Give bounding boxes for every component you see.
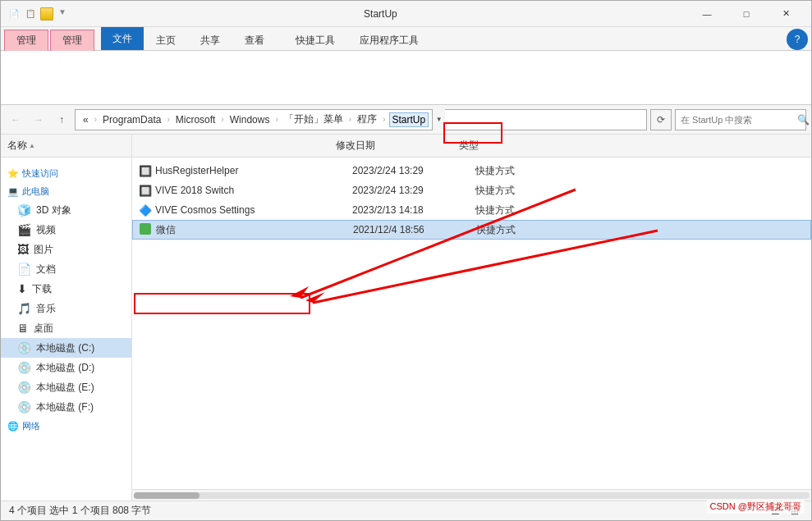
sidebar-item-desktop[interactable]: 🖥 桌面: [1, 318, 131, 338]
vive2018switch-name: VIVE 2018 Switch: [155, 185, 352, 196]
sidebar-drive-f-label: 本地磁盘 (F:): [36, 400, 125, 414]
file-item-vivecosmos[interactable]: 🔷 VIVE Cosmos Settings 2023/2/13 14:18 快…: [132, 200, 811, 220]
file-item-vive2018switch[interactable]: 🔲 VIVE 2018 Switch 2023/2/24 13:29 快捷方式: [132, 181, 811, 200]
sidebar-item-drive-d[interactable]: 💿 本地磁盘 (D:): [1, 358, 131, 377]
titlebar: 📄 📋 ▼ StartUp — □ ✕: [1, 1, 811, 27]
husregisterhelper-name: HusRegisterHelper: [155, 165, 352, 176]
sidebar-item-documents[interactable]: 📄 文档: [1, 259, 131, 279]
address-startmenu[interactable]: 「开始」菜单: [282, 112, 346, 127]
sidebar-3dobjects-label: 3D 对象: [36, 203, 125, 217]
sidebar-drive-c-label: 本地磁盘 (C:): [36, 341, 125, 355]
col-sort-icon: ▲: [29, 142, 35, 149]
sidebar-item-video[interactable]: 🎬 视频: [1, 220, 131, 240]
ribbon-tab-bar: 管理 管理 文件 主页 共享 查看 快捷工具 应用程序工具 ?: [1, 27, 811, 50]
file-item-husregisterhelper[interactable]: 🔲 HusRegisterHelper 2023/2/24 13:29 快捷方式: [132, 161, 811, 181]
vivecosmos-type: 快捷方式: [475, 203, 557, 217]
sidebar-documents-label: 文档: [36, 263, 125, 276]
sidebar-group-quickaccess[interactable]: ⭐ 快速访问: [1, 164, 131, 182]
address-sep-5: ›: [383, 115, 385, 124]
search-input[interactable]: [681, 115, 794, 125]
address-sep-1: ›: [167, 115, 169, 124]
ribbon-help-button[interactable]: ?: [787, 29, 808, 50]
quickaccess-icon: ⭐: [7, 168, 19, 179]
minimize-button[interactable]: —: [688, 1, 726, 27]
sidebar-group-thispc[interactable]: 💻 此电脑: [1, 182, 131, 200]
tab-file[interactable]: 文件: [101, 27, 144, 50]
sidebar: ⭐ 快速访问 💻 此电脑 🧊 3D 对象 🎬 视频 🖼 图片: [1, 158, 132, 500]
tab-share[interactable]: 共享: [188, 30, 232, 51]
sidebar-video-label: 视频: [36, 223, 125, 237]
vivecosmos-icon: 🔷: [139, 204, 155, 217]
tab-view[interactable]: 查看: [232, 30, 277, 51]
network-icon: 🌐: [7, 421, 19, 432]
documents-icon: 📄: [17, 263, 31, 276]
sidebar-item-3dobjects[interactable]: 🧊 3D 对象: [1, 200, 131, 220]
tab-manage2[interactable]: 管理: [50, 30, 94, 51]
address-dropdown-button[interactable]: ▼: [432, 109, 445, 130]
sidebar-item-drive-e[interactable]: 💿 本地磁盘 (E:): [1, 377, 131, 397]
tab-manage1[interactable]: 管理: [4, 30, 48, 51]
3dobjects-icon: 🧊: [17, 203, 31, 217]
music-icon: 🎵: [17, 302, 31, 315]
sidebar-drive-e-label: 本地磁盘 (E:): [36, 381, 125, 395]
content-area: ⭐ 快速访问 💻 此电脑 🧊 3D 对象 🎬 视频 🖼 图片: [1, 158, 811, 500]
husregisterhelper-icon: 🔲: [139, 165, 155, 177]
watermark: CSDN @野区捕龙哥哥: [707, 500, 805, 514]
desktop-icon: 🖥: [17, 322, 29, 335]
file-list-col-headers: 修改日期 类型: [132, 135, 811, 158]
sidebar-item-music[interactable]: 🎵 音乐: [1, 299, 131, 318]
sidebar-pictures-label: 图片: [34, 243, 125, 257]
address-programdata[interactable]: ProgramData: [100, 113, 163, 126]
hscrollbar-thumb[interactable]: [134, 492, 200, 499]
wechat-date: 2021/12/4 18:56: [353, 224, 476, 235]
refresh-button[interactable]: ⟳: [650, 109, 672, 130]
sidebar-item-downloads[interactable]: ⬇ 下载: [1, 279, 131, 299]
address-bar[interactable]: « › ProgramData › Microsoft › Windows › …: [75, 109, 647, 130]
drive-d-icon: 💿: [17, 361, 31, 374]
hscrollbar-track: [134, 492, 810, 499]
address-programs[interactable]: 程序: [355, 112, 379, 127]
address-startup[interactable]: StartUp: [389, 112, 429, 127]
address-sep-4: ›: [349, 115, 351, 124]
drive-c-icon: 💿: [17, 341, 31, 354]
folder-icon: [40, 7, 53, 21]
horizontal-scrollbar[interactable]: [132, 489, 811, 500]
back-button[interactable]: ←: [6, 110, 25, 130]
statusbar: 4 个项目 选中 1 个项目 808 字节 ☰ ⊞: [1, 500, 811, 520]
vivecosmos-name: VIVE Cosmos Settings: [155, 204, 352, 216]
husregisterhelper-date: 2023/2/24 13:29: [352, 165, 475, 176]
sidebar-item-pictures[interactable]: 🖼 图片: [1, 240, 131, 259]
husregisterhelper-type: 快捷方式: [475, 164, 557, 178]
window-title: StartUp: [73, 8, 688, 20]
sidebar-drive-d-label: 本地磁盘 (D:): [36, 361, 125, 375]
address-microsoft[interactable]: Microsoft: [173, 113, 218, 126]
forward-button[interactable]: →: [29, 110, 48, 130]
sidebar-item-drive-c[interactable]: 💿 本地磁盘 (C:): [1, 338, 131, 358]
address-windows[interactable]: Windows: [227, 113, 273, 126]
tab-quicktools[interactable]: 快捷工具: [283, 30, 347, 51]
quick-access-icon: 📄: [7, 7, 21, 21]
wechat-type: 快捷方式: [476, 223, 558, 237]
file-list: 🔲 HusRegisterHelper 2023/2/24 13:29 快捷方式…: [132, 158, 811, 489]
sidebar-quickaccess-label: 快速访问: [22, 167, 58, 180]
window-controls: — □ ✕: [688, 1, 805, 27]
vive2018switch-date: 2023/2/24 13:29: [352, 185, 475, 196]
col-header-type: 类型: [459, 139, 541, 153]
statusbar-info: 4 个项目 选中 1 个项目 808 字节: [9, 504, 767, 518]
drive-f-icon: 💿: [17, 400, 31, 414]
pictures-icon: 🖼: [17, 243, 29, 256]
search-box[interactable]: 🔍: [675, 109, 806, 130]
sidebar-group-network[interactable]: 🌐 网络: [1, 417, 131, 435]
tab-apptools[interactable]: 应用程序工具: [347, 30, 431, 51]
close-button[interactable]: ✕: [767, 1, 805, 27]
maximize-button[interactable]: □: [727, 1, 765, 27]
address-prev[interactable]: «: [80, 113, 91, 126]
sidebar-col-header-spacer: 名称 ▲: [1, 135, 132, 158]
address-sep-0: ›: [94, 115, 97, 124]
downloads-icon: ⬇: [17, 282, 27, 295]
up-button[interactable]: ↑: [52, 110, 71, 130]
tab-home[interactable]: 主页: [144, 30, 188, 51]
file-item-wechat[interactable]: 微信 2021/12/4 18:56 快捷方式: [132, 220, 811, 240]
sidebar-desktop-label: 桌面: [34, 322, 125, 336]
sidebar-item-drive-f[interactable]: 💿 本地磁盘 (F:): [1, 397, 131, 417]
